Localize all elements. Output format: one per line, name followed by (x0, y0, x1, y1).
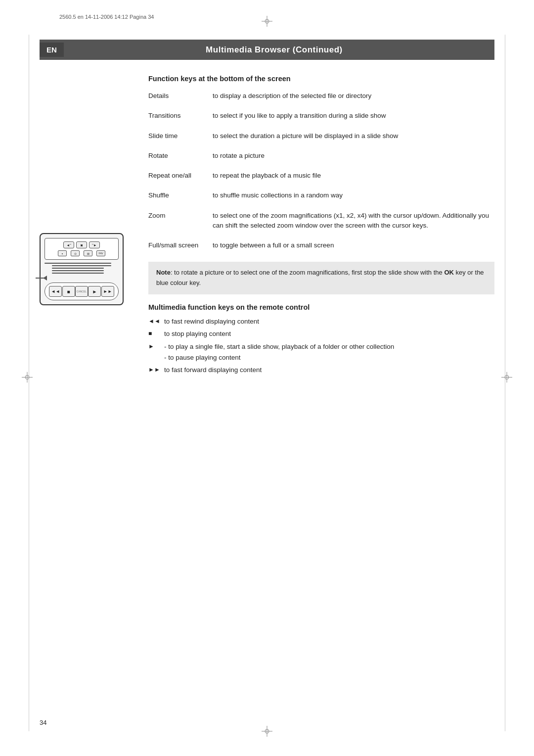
key-fullscreen: Full/small screen (148, 238, 213, 253)
desc-zoom: to select one of the zoom magnifications… (213, 208, 494, 234)
play-text: - to play a single file, start a slide s… (164, 341, 494, 363)
fastforward-button[interactable]: ►► (101, 286, 114, 297)
remote-btn-3: "► (89, 241, 100, 248)
table-row: Zoom to select one of the zoom magnifica… (148, 208, 494, 234)
play-icon: ► (148, 341, 164, 351)
remote-btn-grid: ⊞ (84, 250, 92, 256)
remote-illustration: ◄" ◙ "► • ⊙ ⊞ FAV (40, 233, 148, 305)
rewind-icon: ◄◄ (148, 316, 164, 326)
list-item: ◄◄ to fast rewind displaying content (148, 316, 494, 327)
remote-btn-2: ◙ (76, 241, 87, 248)
right-column: Function keys at the bottom of the scree… (148, 75, 494, 378)
crosshair-bottom (262, 726, 272, 738)
table-row: Slide time to select the duration a pict… (148, 129, 494, 143)
crosshair-right (501, 372, 512, 384)
rewind-text: to fast rewind displaying content (164, 316, 494, 327)
key-shuffle: Shuffle (148, 188, 213, 203)
desc-shuffle: to shuffle music collections in a random… (213, 188, 494, 203)
list-item: ■ to stop playing content (148, 329, 494, 339)
fastforward-icon: ►► (148, 365, 164, 375)
note-box: Note: to rotate a picture or to select o… (148, 262, 494, 294)
desc-repeat: to repeat the playback of a music file (213, 168, 494, 183)
remote-btn-1: ◄" (63, 241, 74, 248)
table-row: Repeat one/all to repeat the playback of… (148, 168, 494, 183)
cancel-button[interactable]: CANCEL (75, 286, 88, 297)
note-label: Note (156, 269, 171, 276)
remote-btn-dot: • (58, 250, 67, 256)
table-row: Shuffle to shuffle music collections in … (148, 188, 494, 203)
page-number: 34 (40, 719, 46, 726)
page-title: Multimedia Browser (Continued) (69, 45, 494, 55)
key-slidetime: Slide time (148, 129, 213, 143)
function-keys-table: Details to display a description of the … (148, 89, 494, 253)
crosshair-top (262, 16, 272, 28)
remote-keys-list: ◄◄ to fast rewind displaying content ■ t… (148, 316, 494, 376)
rewind-button[interactable]: ◄◄ (49, 286, 62, 297)
note-ok: OK (444, 269, 454, 276)
crosshair-left (22, 372, 33, 384)
remote-btn-fav: FAV (96, 250, 105, 256)
doc-info: 2560.5 en 14-11-2006 14:12 Pagina 34 (59, 14, 154, 20)
stop-icon: ■ (148, 329, 164, 338)
stop-button[interactable]: ■ (62, 286, 75, 297)
fastforward-text: to fast forward displaying content (164, 365, 494, 376)
desc-fullscreen: to toggle between a full or a small scre… (213, 238, 494, 253)
table-row (148, 103, 494, 108)
desc-rotate: to rotate a picture (213, 148, 494, 163)
table-row (148, 233, 494, 238)
remote-btn-cd: ⊙ (71, 250, 80, 256)
key-zoom: Zoom (148, 208, 213, 234)
table-row (148, 203, 494, 208)
table-row (148, 163, 494, 168)
table-row: Full/small screen to toggle between a fu… (148, 238, 494, 253)
header-bar: EN Multimedia Browser (Continued) (40, 40, 494, 60)
list-item: ►► to fast forward displaying content (148, 365, 494, 376)
stop-text: to stop playing content (164, 329, 494, 339)
desc-slidetime: to select the duration a picture will be… (213, 129, 494, 143)
table-row: Details to display a description of the … (148, 89, 494, 103)
table-row (148, 183, 494, 188)
key-rotate: Rotate (148, 148, 213, 163)
desc-details: to display a description of the selected… (213, 89, 494, 103)
table-row (148, 143, 494, 148)
remote-section-heading: Multimedia function keys on the remote c… (148, 303, 494, 311)
list-item: ► - to play a single file, start a slide… (148, 341, 494, 363)
left-column: ◄" ◙ "► • ⊙ ⊞ FAV (40, 75, 148, 378)
play-button[interactable]: ► (88, 286, 101, 297)
table-row: Transitions to select if you like to app… (148, 108, 494, 123)
table-row (148, 124, 494, 129)
key-details: Details (148, 89, 213, 103)
desc-transitions: to select if you like to apply a transit… (213, 108, 494, 123)
note-text: : to rotate a picture or to select one o… (171, 269, 445, 276)
table-row: Rotate to rotate a picture (148, 148, 494, 163)
function-keys-heading: Function keys at the bottom of the scree… (148, 75, 494, 83)
key-repeat: Repeat one/all (148, 168, 213, 183)
language-tag: EN (40, 43, 64, 57)
key-transitions: Transitions (148, 108, 213, 123)
